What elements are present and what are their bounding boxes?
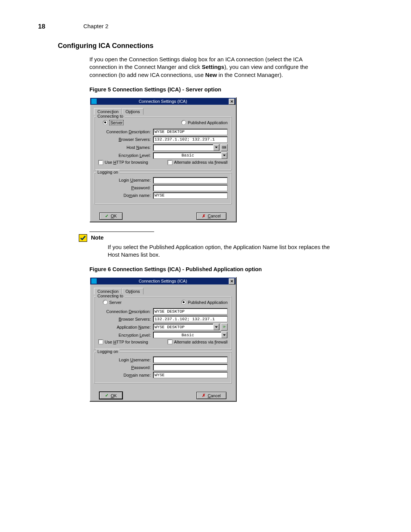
check-icon: ✓: [105, 393, 108, 398]
domain-name-label: Domain name:: [98, 373, 153, 377]
login-username-input[interactable]: [153, 356, 228, 363]
x-icon: ✗: [202, 214, 206, 219]
connection-description-input[interactable]: WYSE DESKTOP: [153, 308, 228, 315]
connection-settings-dialog-published: Connection Settings (ICA) ✕ Connection O…: [89, 277, 236, 401]
close-icon[interactable]: ✕: [229, 99, 235, 105]
domain-name-label: Domain name:: [98, 193, 153, 198]
login-username-label: Login Username:: [98, 358, 153, 362]
svg-marker-0: [215, 147, 218, 148]
chevron-down-icon[interactable]: [221, 152, 227, 159]
encryption-level-label: Encryption Level:: [98, 333, 153, 337]
encryption-level-label: Encryption Level:: [98, 153, 153, 158]
titlebar: Connection Settings (ICA) ✕: [90, 278, 236, 284]
alternate-address-checkbox[interactable]: Alternate address via firewall: [167, 339, 228, 344]
tab-options[interactable]: Options: [122, 288, 143, 294]
application-name-dropdown[interactable]: WYSE DESKTOP: [153, 324, 220, 330]
host-names-label: Host Names:: [98, 145, 153, 150]
app-icon: [91, 99, 97, 104]
logging-on-fieldset: Logging on Login Username: Password: Dom…: [94, 352, 232, 383]
chapter-label: Chapter 2: [83, 23, 108, 30]
checkbox-icon: [167, 339, 172, 344]
close-icon[interactable]: ✕: [229, 278, 235, 284]
checkbox-icon: [98, 339, 103, 344]
dialog-title: Connection Settings (ICA): [139, 279, 187, 283]
tab-connection[interactable]: Connection: [94, 288, 122, 294]
tab-options[interactable]: Options: [122, 108, 143, 115]
browser-servers-input[interactable]: 132.237.1.102; 132.237.1: [153, 316, 228, 322]
password-input[interactable]: [153, 185, 228, 191]
note-block: Note If you select the Published Applica…: [89, 232, 333, 259]
logging-on-legend: Logging on: [96, 170, 119, 174]
ok-button[interactable]: ✓ OK: [99, 212, 123, 220]
ok-button[interactable]: ✓ OK: [99, 392, 123, 399]
svg-marker-2: [215, 326, 218, 328]
connection-settings-dialog-server: Connection Settings (ICA) ✕ Connection O…: [89, 97, 236, 222]
note-label: Note: [91, 234, 104, 241]
titlebar: Connection Settings (ICA) ✕: [90, 98, 236, 105]
checkbox-icon: [98, 160, 103, 165]
refresh-icon[interactable]: ⟳: [221, 323, 228, 331]
chevron-down-icon[interactable]: [213, 144, 219, 151]
section-title: Configuring ICA Connections: [58, 42, 373, 50]
page-number: 18: [38, 23, 45, 30]
dialog-title: Connection Settings (ICA): [139, 99, 187, 104]
cancel-button[interactable]: ✗ Cancel: [196, 392, 226, 399]
note-check-icon: [79, 234, 87, 242]
checkbox-icon: [167, 160, 172, 165]
login-username-input[interactable]: [153, 177, 228, 184]
connection-description-label: Connection Description:: [98, 309, 153, 314]
svg-marker-1: [223, 155, 226, 156]
domain-name-input[interactable]: WYSE: [153, 372, 228, 378]
figure6-caption: Figure 6 Connection Settings (ICA) - Pub…: [89, 266, 373, 272]
radio-icon: [181, 300, 186, 305]
use-http-checkbox[interactable]: Use HTTP for browsing: [98, 339, 148, 344]
connection-description-input[interactable]: WYSE DESKTOP: [153, 129, 228, 135]
connecting-to-fieldset: Connecting to Server Published Applicati…: [94, 117, 232, 170]
use-http-checkbox[interactable]: Use HTTP for browsing: [98, 160, 148, 165]
password-label: Password:: [98, 185, 153, 190]
connecting-to-fieldset: Connecting to Server Published Applicati…: [94, 296, 232, 350]
login-username-label: Login Username:: [98, 178, 153, 182]
browser-servers-input[interactable]: 132.237.1.102; 132.237.1: [153, 136, 228, 143]
password-input[interactable]: [153, 364, 228, 371]
svg-marker-3: [223, 334, 226, 336]
logging-on-fieldset: Logging on Login Username: Password: Dom…: [94, 173, 232, 204]
browser-servers-label: Browser Servers:: [98, 317, 153, 321]
radio-published-application[interactable]: Published Application: [181, 300, 228, 305]
password-label: Password:: [98, 365, 153, 370]
chevron-down-icon[interactable]: [213, 324, 219, 330]
tab-connection[interactable]: Connection: [94, 108, 122, 115]
browser-servers-label: Browser Servers:: [98, 137, 153, 142]
application-name-label: Application Name:: [98, 325, 153, 329]
encryption-level-dropdown[interactable]: Basic: [153, 152, 228, 159]
radio-server[interactable]: Server: [103, 300, 121, 305]
alternate-address-checkbox[interactable]: Alternate address via firewall: [167, 160, 228, 165]
app-icon: [91, 278, 97, 284]
connection-description-label: Connection Description:: [98, 129, 153, 134]
radio-icon: [103, 120, 108, 125]
x-icon: ✗: [202, 393, 206, 398]
keyboard-icon[interactable]: ⌨: [221, 144, 228, 151]
radio-icon: [103, 300, 108, 305]
domain-name-input[interactable]: WYSE: [153, 192, 228, 199]
encryption-level-dropdown[interactable]: Basic: [153, 332, 228, 338]
figure5-caption: Figure 5 Connection Settings (ICA) - Ser…: [89, 86, 373, 93]
cancel-button[interactable]: ✗ Cancel: [196, 212, 226, 220]
logging-on-legend: Logging on: [96, 349, 119, 354]
radio-icon: [181, 120, 186, 125]
host-names-dropdown[interactable]: [153, 144, 220, 151]
check-icon: ✓: [105, 214, 108, 219]
radio-server[interactable]: Server: [103, 120, 124, 125]
intro-paragraph: If you open the Connection Settings dial…: [89, 56, 325, 79]
chevron-down-icon[interactable]: [221, 332, 227, 338]
radio-published-application[interactable]: Published Application: [181, 120, 228, 125]
note-body: If you select the Published Application …: [108, 243, 333, 259]
